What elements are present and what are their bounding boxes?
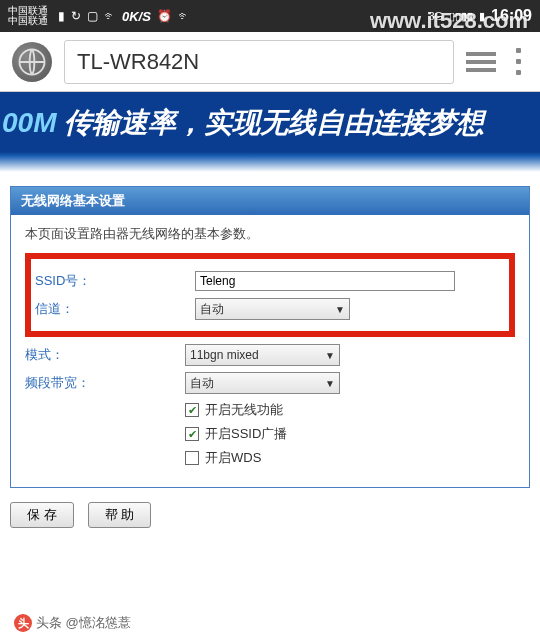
footer-attribution: 头 头条 @憶洺慫薏 [14, 614, 131, 632]
enable-ssid-broadcast-label: 开启SSID广播 [205, 425, 287, 443]
tabs-icon[interactable] [466, 52, 496, 72]
page-banner: 00M 传输速率，实现无线自由连接梦想 [0, 92, 540, 172]
banner-speed: 00M [2, 107, 56, 138]
panel-body: 本页面设置路由器无线网络的基本参数。 SSID号： 信道： 自动 ▼ [11, 215, 529, 487]
highlighted-fields: SSID号： 信道： 自动 ▼ [25, 253, 515, 337]
ssid-input[interactable] [195, 271, 455, 291]
mode-value: 11bgn mixed [190, 348, 259, 362]
enable-wireless-row: 开启无线功能 [185, 401, 515, 419]
mode-label: 模式： [25, 346, 185, 364]
net-speed: 0K/S [122, 9, 151, 24]
ssid-label: SSID号： [35, 272, 195, 290]
channel-row: 信道： 自动 ▼ [35, 297, 505, 321]
enable-wds-label: 开启WDS [205, 449, 261, 467]
mode-select[interactable]: 11bgn mixed ▼ [185, 344, 340, 366]
chevron-down-icon: ▼ [325, 350, 335, 361]
status-icons: ▮ ↻ ▢ ᯤ 0K/S ⏰ ᯤ [58, 9, 190, 24]
panel-intro: 本页面设置路由器无线网络的基本参数。 [25, 225, 515, 243]
banner-title: 00M 传输速率，实现无线自由连接梦想 [0, 104, 540, 142]
page-content: 无线网络基本设置 本页面设置路由器无线网络的基本参数。 SSID号： 信道： 自… [0, 172, 540, 542]
bandwidth-value: 自动 [190, 375, 214, 392]
carrier-labels: 中国联通 中国联通 [8, 6, 48, 26]
channel-select[interactable]: 自动 ▼ [195, 298, 350, 320]
panel-header: 无线网络基本设置 [11, 187, 529, 215]
enable-ssid-broadcast-row: 开启SSID广播 [185, 425, 515, 443]
globe-icon[interactable] [12, 42, 52, 82]
url-input[interactable] [64, 40, 454, 84]
toutiao-icon: 头 [14, 614, 32, 632]
wifi-icon: ᯤ [178, 9, 190, 23]
sync-icon: ↻ [71, 9, 81, 23]
box-icon: ▢ [87, 9, 98, 23]
banner-text: 传输速率，实现无线自由连接梦想 [56, 107, 484, 138]
enable-ssid-broadcast-checkbox[interactable] [185, 427, 199, 441]
bandwidth-label: 频段带宽： [25, 374, 185, 392]
overflow-menu-icon[interactable] [508, 48, 528, 75]
help-button[interactable]: 帮 助 [88, 502, 152, 528]
alarm-icon: ⏰ [157, 9, 172, 23]
enable-wds-row: 开启WDS [185, 449, 515, 467]
enable-wireless-checkbox[interactable] [185, 403, 199, 417]
enable-wds-checkbox[interactable] [185, 451, 199, 465]
enable-wireless-label: 开启无线功能 [205, 401, 283, 419]
chevron-down-icon: ▼ [335, 304, 345, 315]
channel-value: 自动 [200, 301, 224, 318]
bandwidth-select[interactable]: 自动 ▼ [185, 372, 340, 394]
channel-label: 信道： [35, 300, 195, 318]
button-row: 保 存 帮 助 [10, 502, 530, 528]
signal-icon: ▮ [58, 9, 65, 23]
form-area: SSID号： 信道： 自动 ▼ 模式： 11bgn mixed [25, 253, 515, 467]
wireless-settings-panel: 无线网络基本设置 本页面设置路由器无线网络的基本参数。 SSID号： 信道： 自… [10, 186, 530, 488]
ssid-row: SSID号： [35, 269, 505, 293]
carrier-2: 中国联通 [8, 16, 48, 26]
mode-row: 模式： 11bgn mixed ▼ [25, 343, 515, 367]
footer-text: 头条 @憶洺慫薏 [36, 614, 131, 632]
wifi-alt-icon: ᯤ [104, 9, 116, 23]
bandwidth-row: 频段带宽： 自动 ▼ [25, 371, 515, 395]
watermark: www.it528.com [370, 8, 528, 34]
browser-toolbar [0, 32, 540, 92]
save-button[interactable]: 保 存 [10, 502, 74, 528]
chevron-down-icon: ▼ [325, 378, 335, 389]
